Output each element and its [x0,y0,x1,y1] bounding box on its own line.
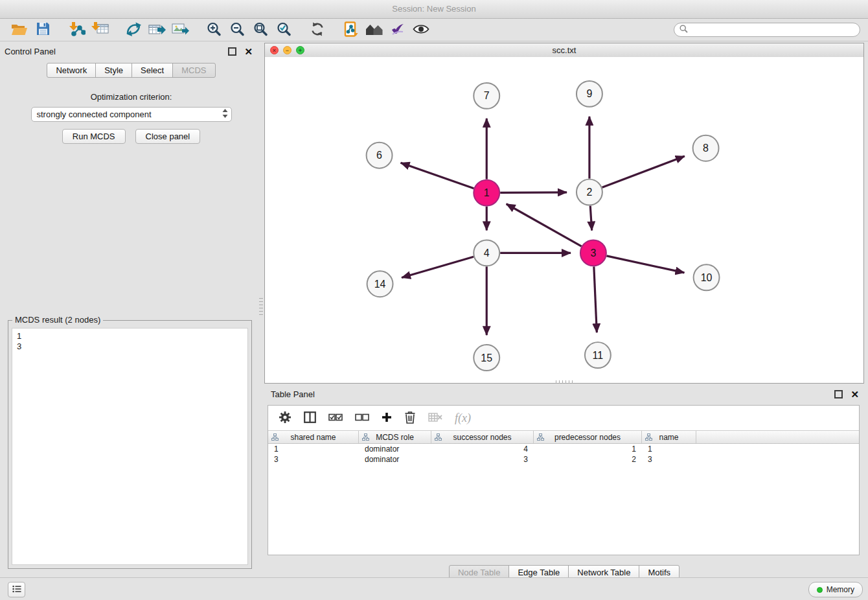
memory-button[interactable]: Memory [808,582,863,597]
node-6[interactable]: 6 [367,143,393,168]
eye-icon [413,23,429,37]
node-2[interactable]: 2 [577,179,602,205]
edge-3-1[interactable] [507,204,582,246]
maximize-window-icon[interactable]: + [296,46,304,54]
edge-2-3[interactable] [590,206,591,231]
edge-1-2[interactable] [500,192,567,193]
tab-style[interactable]: Style [95,63,132,78]
zoom-out-icon [229,21,245,39]
memory-status-icon [817,587,823,593]
delete-table-button[interactable] [428,412,442,424]
node-15[interactable]: 15 [474,345,499,371]
column-header-MCDS-role[interactable]: MCDS role [359,431,431,443]
add-column-button[interactable] [382,412,392,424]
column-header-successor-nodes[interactable]: successor nodes [431,431,534,443]
vertical-splitter-grip[interactable] [259,298,263,315]
table-panel-float-icon[interactable] [834,390,843,398]
node-3[interactable]: 3 [580,240,606,266]
reload-network-button[interactable] [124,20,143,40]
import-network-button[interactable] [67,20,86,40]
control-panel-float-icon[interactable] [228,47,236,56]
network-canvas[interactable]: 7968124314101511 [265,57,863,383]
control-panel-close-icon[interactable]: ✕ [244,47,253,56]
search-icon [680,25,688,35]
table-cell: 1 [642,444,696,454]
tab-network[interactable]: Network [47,63,96,78]
memory-label: Memory [827,585,854,594]
table-panel-title: Table Panel [271,389,315,399]
table-cell: dominator [359,454,431,465]
network-graph[interactable]: 7968124314101511 [265,57,863,383]
zoom-fit-button[interactable] [251,20,270,40]
horizontal-splitter-grip[interactable] [556,380,573,384]
table-cell: 1 [268,444,359,454]
table-row[interactable]: 1dominator411 [268,444,859,454]
node-4[interactable]: 4 [474,240,499,266]
close-window-icon[interactable]: × [270,46,279,54]
edge-2-8[interactable] [602,156,685,187]
column-header-filler [696,431,859,443]
optimization-criterion-label: Optimization criterion: [5,92,258,102]
edge-3-10[interactable] [606,256,684,273]
task-history-button[interactable] [8,582,25,597]
network-view-window: × − + scc.txt 7968124314101511 [264,43,864,384]
grid-delete-icon [428,415,442,424]
network-window-title: scc.txt [553,45,577,55]
run-mcds-button[interactable]: Run MCDS [62,129,126,144]
delete-column-button[interactable] [404,411,416,426]
node-1[interactable]: 1 [474,180,499,206]
table-settings-button[interactable] [279,411,291,426]
mcds-result-list[interactable]: 13 [12,328,248,565]
optimization-criterion-dropdown[interactable]: strongly connected component [31,107,232,122]
style-brush-button[interactable] [388,20,407,40]
open-session-button[interactable] [10,20,29,40]
node-9[interactable]: 9 [577,81,602,107]
import-table-button[interactable] [90,20,109,40]
node-7[interactable]: 7 [474,83,499,109]
zoom-in-button[interactable] [204,20,223,40]
control-panel-title: Control Panel [5,47,56,56]
status-bar: Memory [0,577,868,600]
search-input[interactable] [691,25,854,35]
edge-3-11[interactable] [594,266,597,332]
svg-text:4: 4 [484,248,490,259]
table-panel-close-icon[interactable]: ✕ [851,389,859,399]
close-panel-button[interactable]: Close panel [135,129,201,144]
checked-boxes-icon [328,414,343,424]
first-neighbors-button[interactable] [365,20,384,40]
node-10[interactable]: 10 [694,264,720,290]
select-all-button[interactable] [328,413,343,424]
node-14[interactable]: 14 [367,271,393,297]
column-header-shared-name[interactable]: shared name [268,431,359,443]
node-8[interactable]: 8 [693,135,719,161]
minimize-window-icon[interactable]: − [283,46,291,54]
show-columns-button[interactable] [304,411,316,425]
node-11[interactable]: 11 [585,342,611,368]
tab-mcds[interactable]: MCDS [172,63,215,78]
show-hide-button[interactable] [411,20,431,40]
table-row[interactable]: 3dominator323 [268,454,859,465]
zoom-selected-button[interactable] [274,20,293,40]
deselect-all-button[interactable] [355,413,369,424]
apply-layout-button[interactable] [308,20,327,40]
table-cell: 4 [431,444,534,454]
export-table-button[interactable] [147,20,166,40]
edge-1-6[interactable] [401,163,474,188]
zoom-out-button[interactable] [227,20,247,40]
clone-network-button[interactable] [341,20,361,40]
save-floppy-icon [36,22,50,38]
export-image-button[interactable] [170,20,190,40]
list-icon [12,585,21,595]
function-builder-button[interactable]: f(x) [455,411,471,425]
network-window-titlebar[interactable]: × − + scc.txt [265,43,863,58]
tab-select[interactable]: Select [131,63,173,78]
search-box[interactable] [674,23,860,37]
dropdown-selected-value: strongly connected component [37,110,222,119]
svg-text:7: 7 [484,90,490,101]
plus-icon [382,415,392,424]
column-header-predecessor-nodes[interactable]: predecessor nodes [534,431,642,443]
edge-4-14[interactable] [402,257,474,277]
svg-text:10: 10 [701,272,713,283]
column-header-name[interactable]: name [642,431,696,443]
save-session-button[interactable] [33,20,52,40]
